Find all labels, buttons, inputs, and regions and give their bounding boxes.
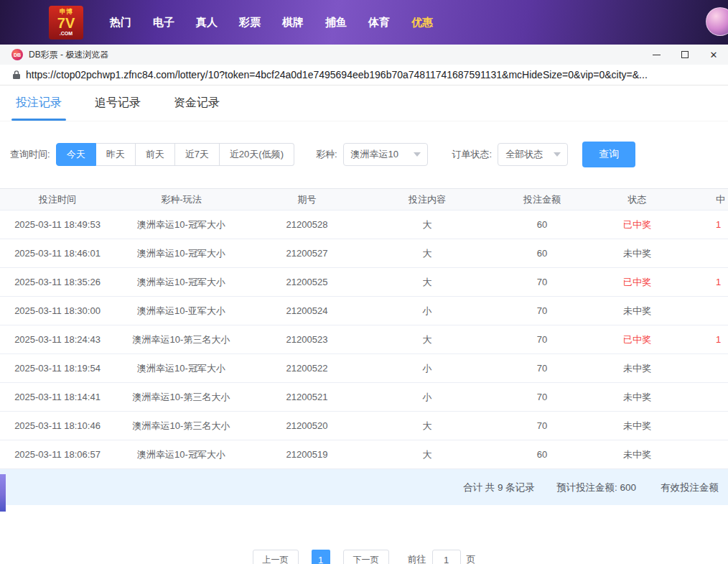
table-row: 2025-03-11 18:49:53澳洲幸运10-冠军大小21200528大6… bbox=[0, 211, 728, 239]
table-row: 2025-03-11 18:06:57澳洲幸运10-冠军大小21200519大6… bbox=[0, 440, 728, 469]
cell-time: 2025-03-11 18:46:01 bbox=[0, 239, 115, 268]
cell-status: 已中奖 bbox=[596, 325, 678, 354]
nav-item[interactable]: 电子 bbox=[142, 16, 185, 29]
cell-amount: 70 bbox=[488, 383, 596, 412]
nav-item[interactable]: 体育 bbox=[358, 16, 401, 29]
cell-time: 2025-03-11 18:06:57 bbox=[0, 440, 115, 469]
cell-game: 澳洲幸运10-冠军大小 bbox=[115, 440, 248, 469]
cell-content: 小 bbox=[366, 297, 488, 325]
summary-expected-amount: 预计投注金额: 600 bbox=[556, 481, 636, 494]
nav-item[interactable]: 热门 bbox=[99, 16, 142, 29]
cell-status: 未中奖 bbox=[596, 440, 678, 469]
prev-page-button[interactable]: 上一页 bbox=[253, 550, 299, 564]
summary-bar: 合计 共 9 条记录 预计投注金额: 600 有效投注金额 bbox=[0, 469, 728, 505]
nav-item[interactable]: 彩票 bbox=[228, 16, 271, 29]
goto-page-suffix: 页 bbox=[467, 553, 476, 564]
nav-item[interactable]: 真人 bbox=[185, 16, 228, 29]
cell-issue: 21200524 bbox=[248, 297, 366, 325]
site-logo[interactable]: 申博 7V .COM bbox=[49, 6, 83, 40]
lottery-select[interactable]: 澳洲幸运10 bbox=[343, 143, 428, 166]
cell-amount: 70 bbox=[488, 412, 596, 440]
cell-time: 2025-03-11 18:35:26 bbox=[0, 268, 115, 297]
window-title: DB彩票 - 极速浏览器 bbox=[29, 49, 108, 61]
cell-content: 小 bbox=[366, 383, 488, 412]
table-row: 2025-03-11 18:35:26澳洲幸运10-冠军大小21200525大7… bbox=[0, 268, 728, 297]
app-icon: DB bbox=[11, 49, 23, 60]
column-header: 彩种-玩法 bbox=[115, 189, 248, 211]
cell-win-amount bbox=[678, 297, 728, 325]
cell-game: 澳洲幸运10-第三名大小 bbox=[115, 325, 248, 354]
time-filter-button[interactable]: 前天 bbox=[136, 143, 175, 166]
goto-page-input[interactable] bbox=[432, 550, 461, 564]
cell-win-amount bbox=[678, 440, 728, 469]
column-header: 投注时间 bbox=[0, 189, 115, 211]
url-text: https://ctop02pchwp1.zfnc84.com/lottery/… bbox=[26, 69, 722, 80]
site-nav-bar: 申博 7V .COM 热门电子真人彩票棋牌捕鱼体育优惠 bbox=[0, 0, 728, 45]
time-filter-button[interactable]: 今天 bbox=[56, 143, 96, 166]
chevron-down-icon bbox=[414, 152, 421, 157]
cell-content: 大 bbox=[366, 325, 488, 354]
logo-text-main: 7V bbox=[57, 16, 75, 31]
cell-time: 2025-03-11 18:30:00 bbox=[0, 297, 115, 325]
browser-window: DB DB彩票 - 极速浏览器 ✕ https://ctop02pchwp1.z… bbox=[0, 45, 728, 564]
minimize-icon bbox=[653, 55, 661, 55]
filter-row: 查询时间: 今天昨天前天近7天近20天(低频) 彩种: 澳洲幸运10 订单状态:… bbox=[10, 142, 728, 167]
cell-game: 澳洲幸运10-冠军大小 bbox=[115, 354, 248, 383]
close-button[interactable]: ✕ bbox=[699, 45, 728, 65]
url-bar[interactable]: https://ctop02pchwp1.zfnc84.com/lottery/… bbox=[0, 65, 728, 85]
cell-issue: 21200521 bbox=[248, 383, 366, 412]
user-avatar[interactable] bbox=[706, 7, 728, 36]
maximize-button[interactable] bbox=[671, 45, 699, 65]
nav-item[interactable]: 棋牌 bbox=[271, 16, 314, 29]
cell-content: 大 bbox=[366, 239, 488, 268]
window-title-bar: DB DB彩票 - 极速浏览器 ✕ bbox=[0, 45, 728, 65]
cell-content: 大 bbox=[366, 412, 488, 440]
logo-text-bottom: .COM bbox=[60, 31, 73, 36]
background-page-strip bbox=[0, 474, 6, 512]
page-number-current[interactable]: 1 bbox=[312, 550, 330, 564]
cell-time: 2025-03-11 18:19:54 bbox=[0, 354, 115, 383]
time-filter-button[interactable]: 昨天 bbox=[96, 143, 136, 166]
cell-game: 澳洲幸运10-亚军大小 bbox=[115, 297, 248, 325]
time-filter-button[interactable]: 近7天 bbox=[175, 143, 220, 166]
column-header: 投注金额 bbox=[488, 189, 596, 211]
status-select[interactable]: 全部状态 bbox=[498, 143, 568, 166]
chevron-down-icon bbox=[554, 152, 561, 157]
tab[interactable]: 追号记录 bbox=[95, 85, 141, 121]
cell-issue: 21200522 bbox=[248, 354, 366, 383]
search-button[interactable]: 查询 bbox=[582, 142, 635, 167]
cell-status: 未中奖 bbox=[596, 239, 678, 268]
tab[interactable]: 投注记录 bbox=[16, 85, 62, 121]
cell-content: 大 bbox=[366, 268, 488, 297]
table-row: 2025-03-11 18:10:46澳洲幸运10-第三名大小21200520大… bbox=[0, 412, 728, 440]
time-filter-button[interactable]: 近20天(低频) bbox=[220, 143, 294, 166]
nav-item[interactable]: 优惠 bbox=[401, 16, 444, 29]
cell-game: 澳洲幸运10-冠军大小 bbox=[115, 268, 248, 297]
status-select-value: 全部状态 bbox=[505, 148, 543, 161]
nav-item[interactable]: 捕鱼 bbox=[314, 16, 358, 29]
tab[interactable]: 资金记录 bbox=[174, 85, 220, 121]
lottery-filter-label: 彩种: bbox=[316, 148, 337, 161]
time-filter-group: 今天昨天前天近7天近20天(低频) bbox=[56, 143, 294, 166]
cell-win-amount: 1 bbox=[678, 211, 728, 239]
records-table: 投注时间彩种-玩法期号投注内容投注金额状态中 2025-03-11 18:49:… bbox=[0, 188, 728, 469]
cell-win-amount bbox=[678, 383, 728, 412]
lock-icon bbox=[12, 70, 21, 80]
minimize-button[interactable] bbox=[642, 45, 671, 65]
records-table-wrap: 投注时间彩种-玩法期号投注内容投注金额状态中 2025-03-11 18:49:… bbox=[0, 188, 728, 469]
cell-time: 2025-03-11 18:14:41 bbox=[0, 383, 115, 412]
cell-game: 澳洲幸运10-第三名大小 bbox=[115, 412, 248, 440]
cell-amount: 60 bbox=[488, 239, 596, 268]
cell-issue: 21200528 bbox=[248, 211, 366, 239]
cell-content: 小 bbox=[366, 354, 488, 383]
goto-page-label: 前往 bbox=[408, 553, 426, 564]
cell-amount: 60 bbox=[488, 211, 596, 239]
pagination: 上一页 1 下一页 前往 页 bbox=[0, 550, 728, 564]
table-row: 2025-03-11 18:30:00澳洲幸运10-亚军大小21200524小7… bbox=[0, 297, 728, 325]
next-page-button[interactable]: 下一页 bbox=[343, 550, 389, 564]
cell-issue: 21200527 bbox=[248, 239, 366, 268]
summary-valid-amount: 有效投注金额 bbox=[661, 481, 719, 494]
nav-menu: 热门电子真人彩票棋牌捕鱼体育优惠 bbox=[99, 16, 444, 29]
cell-win-amount bbox=[678, 354, 728, 383]
close-icon: ✕ bbox=[710, 50, 718, 60]
